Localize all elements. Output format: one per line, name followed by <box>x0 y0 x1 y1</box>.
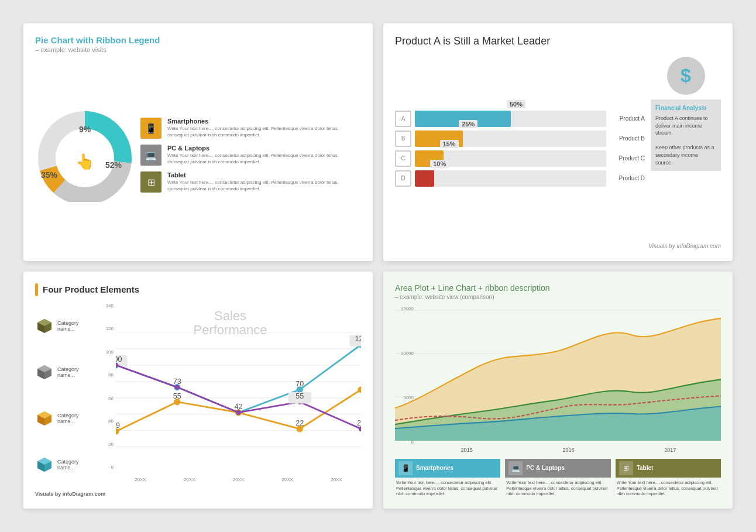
area-plot-card: Area Plot + Line Chart + ribbon descript… <box>383 272 733 509</box>
x-label-2017: 2017 <box>664 447 676 453</box>
four-product-card: Four Product Elements Category name... <box>23 272 373 509</box>
laptops-label: PC & Laptops <box>167 145 361 152</box>
financial-line1: Product A continues to deliver main inco… <box>655 115 716 137</box>
line-chart-area: Sales Performance 140 120 100 80 60 40 2… <box>99 303 361 488</box>
bar-wrapper-d: 10% <box>415 170 606 187</box>
four-title-area: Four Product Elements <box>35 283 361 296</box>
bar-pct-a: 50% <box>507 100 525 108</box>
financial-line2: Keep other products as a secondary incom… <box>655 144 716 166</box>
pie-labels: 9% 35% 52% <box>35 108 135 202</box>
product-b-label: Product B <box>610 135 645 142</box>
pie-subtitle: – example: website visits <box>35 46 361 53</box>
bar-bg-d <box>415 170 606 187</box>
four-categories: Category name... Category name... <box>35 303 94 488</box>
cat-item-1: Category name... <box>35 317 94 335</box>
x-label-2015: 2015 <box>461 447 473 453</box>
pie-chart-card: Pie Chart with Ribbon Legend – example: … <box>23 23 373 261</box>
ali-label-tablet: Tablet <box>637 465 654 471</box>
ali-label-laptops: PC & Laptops <box>526 465 565 471</box>
area-subtitle: – example: website view (comparison) <box>395 294 721 300</box>
ali-text-smartphones: Write Your text here..., consectetur adi… <box>395 480 500 497</box>
line-chart-svg: 100 73 42 70 125 19 55 22 <box>116 332 361 463</box>
ali-header-tablet: ⊞ Tablet <box>616 459 721 478</box>
lc-y-axis: 140 120 100 80 60 40 20 0 <box>99 303 116 471</box>
chart-title-sales: Sales <box>214 308 246 323</box>
tablet-icon: ⊞ <box>140 171 161 193</box>
svg-text:55: 55 <box>295 392 304 400</box>
product-c-label: Product C <box>610 155 645 162</box>
svg-point-51 <box>175 385 180 389</box>
bar-row-a: A 50% Product A <box>395 111 645 127</box>
bar-chart-card: Product A is Still a Market Leader A 50%… <box>383 23 733 261</box>
laptops-icon: 💻 <box>140 145 161 166</box>
legend-item-smartphones: 📱 Smartphones Write Your text here..., c… <box>140 118 361 139</box>
financial-panel: $ Financial Analysis Product A continues… <box>651 57 721 241</box>
pie-title: Pie Chart with Ribbon Legend <box>35 35 361 45</box>
cat-cube-4 <box>35 455 54 474</box>
bar-icon-d: D <box>395 170 411 187</box>
bar-row-d: D 10% Product D <box>395 170 645 187</box>
area-title: Area Plot + Line Chart + ribbon descript… <box>395 283 721 293</box>
ali-icon-tablet: ⊞ <box>619 461 633 475</box>
area-legend-tablet: ⊞ Tablet Write Your text here..., consec… <box>616 459 721 497</box>
bar-fill-d <box>415 170 434 187</box>
four-credit: Visuals by infoDiagram.com <box>35 491 361 497</box>
legend-text-laptops: PC & Laptops Write Your text here..., co… <box>167 145 361 165</box>
bar-icon-b: B <box>395 131 411 147</box>
cat-item-3: Category name... <box>35 409 94 428</box>
pie-content: 👆 9% 35% 52% 📱 Smartphones Write Your te… <box>35 61 361 249</box>
area-x-labels: 2015 2016 2017 <box>395 447 721 453</box>
cat-item-2: Category name... <box>35 363 94 382</box>
visuals-credit-top: Visuals by infoDiagram.com <box>395 243 721 249</box>
main-grid: Pie Chart with Ribbon Legend – example: … <box>0 0 756 532</box>
cat-cube-3 <box>35 409 54 428</box>
ali-header-smartphones: 📱 Smartphones <box>395 459 500 478</box>
ali-text-tablet: Write Your text here..., consectetur adi… <box>616 480 721 497</box>
area-y-labels: 15000 10000 5000 0 <box>395 306 416 445</box>
legend-item-laptops: 💻 PC & Laptops Write Your text here..., … <box>140 145 361 166</box>
legend-text-smartphones: Smartphones Write Your text here..., con… <box>167 118 361 138</box>
four-title: Four Product Elements <box>43 284 139 294</box>
ali-label-smartphones: Smartphones <box>416 465 453 471</box>
ali-icon-laptops: 💻 <box>508 461 523 475</box>
lc-x-axis: 20XX 20XX 20XX 20XX 20XX <box>116 471 361 488</box>
bar-pct-d: 10% <box>430 160 449 168</box>
pie-label-52: 52% <box>105 160 122 170</box>
four-bar-accent <box>35 283 38 296</box>
smartphones-desc: Write Your text here..., consectetur adi… <box>167 126 361 138</box>
svg-text:22: 22 <box>295 419 304 427</box>
financial-box: Financial Analysis Product A continues t… <box>651 99 721 171</box>
legend-text-tablet: Tablet Write Your text here..., consecte… <box>167 171 361 192</box>
cat-item-4: Category name... <box>35 455 94 474</box>
bar-title: Product A is Still a Market Leader <box>395 35 721 47</box>
svg-text:73: 73 <box>173 377 181 385</box>
product-a-label: Product A <box>610 115 645 122</box>
cat-label-2: Category name... <box>57 366 94 378</box>
ali-icon-smartphones: 📱 <box>398 461 413 475</box>
tablet-desc: Write Your text here..., consectetur adi… <box>167 180 361 192</box>
bar-icon-c: C <box>395 150 411 167</box>
product-d-label: Product D <box>610 175 645 181</box>
svg-text:100: 100 <box>116 355 122 363</box>
four-content: Category name... Category name... <box>35 303 361 488</box>
smartphones-label: Smartphones <box>167 118 361 125</box>
svg-text:125: 125 <box>355 335 361 343</box>
financial-title: Financial Analysis <box>655 104 716 112</box>
svg-text:70: 70 <box>295 380 304 388</box>
bar-wrapper-a: 50% <box>415 111 606 127</box>
bar-content: A 50% Product A B 25% P <box>395 57 721 241</box>
ali-header-laptops: 💻 PC & Laptops <box>505 459 610 478</box>
tablet-label: Tablet <box>167 171 361 179</box>
bar-chart-area: A 50% Product A B 25% P <box>395 57 645 241</box>
pie-label-35: 35% <box>41 170 57 180</box>
svg-point-52 <box>236 410 240 414</box>
svg-text:22: 22 <box>357 419 361 427</box>
legend-item-tablet: ⊞ Tablet Write Your text here..., consec… <box>140 171 361 193</box>
x-label-2016: 2016 <box>562 447 574 453</box>
bar-row-b: B 25% Product B <box>395 131 645 147</box>
smartphones-icon: 📱 <box>140 118 161 139</box>
cat-label-4: Category name... <box>57 459 94 471</box>
bar-pct-b: 25% <box>459 120 477 128</box>
cat-label-1: Category name... <box>57 320 94 332</box>
laptops-desc: Write Your text here..., consectetur adi… <box>167 153 361 165</box>
